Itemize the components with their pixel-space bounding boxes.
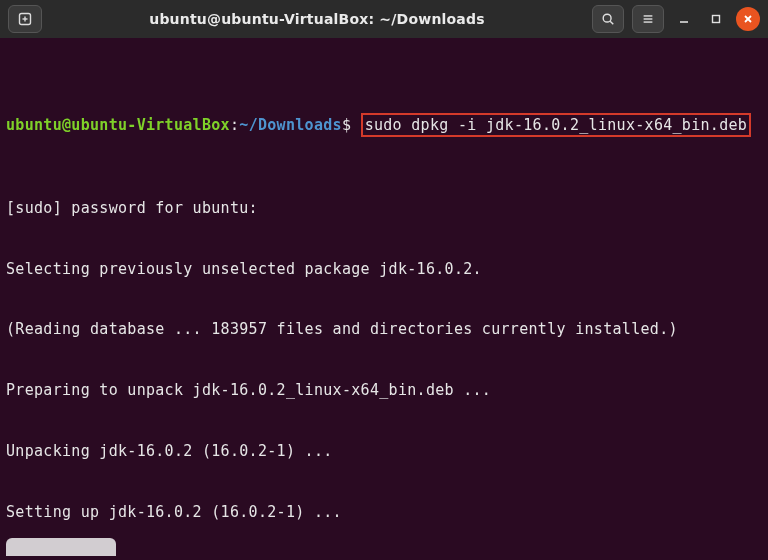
svg-point-3 [603, 14, 611, 22]
search-icon [601, 12, 615, 26]
maximize-icon [710, 13, 722, 25]
output-line: [sudo] password for ubuntu: [6, 198, 762, 218]
prompt-userhost: ubuntu@ubuntu-VirtualBox [6, 116, 230, 134]
highlighted-command: sudo dpkg -i jdk-16.0.2_linux-x64_bin.de… [361, 113, 752, 137]
titlebar-right-group [592, 5, 760, 33]
output-line: (Reading database ... 183957 files and d… [6, 319, 762, 339]
window-titlebar: ubuntu@ubuntu-VirtualBox: ~/Downloads [0, 0, 768, 38]
hamburger-icon [641, 12, 655, 26]
output-line: Unpacking jdk-16.0.2 (16.0.2-1) ... [6, 441, 762, 461]
output-line: Preparing to unpack jdk-16.0.2_linux-x64… [6, 380, 762, 400]
new-tab-button[interactable] [8, 5, 42, 33]
window-title: ubuntu@ubuntu-VirtualBox: ~/Downloads [42, 11, 592, 27]
terminal-viewport[interactable]: ubuntu@ubuntu-VirtualBox:~/Downloads$ su… [0, 38, 768, 560]
hamburger-menu-button[interactable] [632, 5, 664, 33]
close-button[interactable] [736, 7, 760, 31]
new-tab-icon [17, 11, 33, 27]
prompt-symbol: $ [342, 116, 351, 134]
svg-line-4 [610, 21, 613, 24]
titlebar-left-group [8, 5, 42, 33]
minimize-button[interactable] [672, 7, 696, 31]
output-line: Setting up jdk-16.0.2 (16.0.2-1) ... [6, 502, 762, 522]
close-icon [742, 13, 754, 25]
search-button[interactable] [592, 5, 624, 33]
svg-rect-9 [713, 16, 720, 23]
minimize-icon [678, 13, 690, 25]
prompt-path: ~/Downloads [239, 116, 342, 134]
output-line: Selecting previously unselected package … [6, 259, 762, 279]
command-text: sudo dpkg -i jdk-16.0.2_linux-x64_bin.de… [365, 116, 748, 134]
prompt-sep: : [230, 116, 239, 134]
maximize-button[interactable] [704, 7, 728, 31]
bottom-popup-fragment [6, 538, 116, 556]
prompt-line-1: ubuntu@ubuntu-VirtualBox:~/Downloads$ su… [6, 115, 762, 137]
